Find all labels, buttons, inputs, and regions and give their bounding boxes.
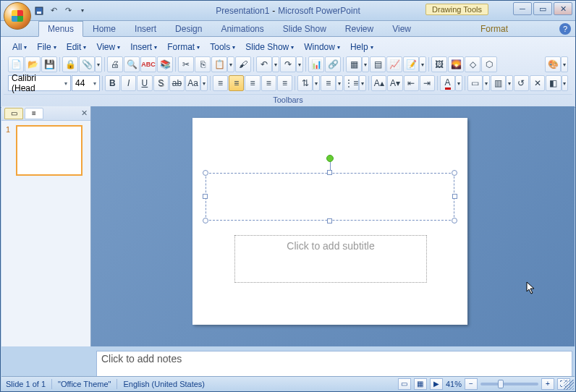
slide-editor[interactable]: Click to add subtitle [91,106,575,346]
text-box-dropdown[interactable]: ▾ [419,56,426,72]
strikethrough-icon[interactable]: ab [169,75,185,91]
color-scheme-icon[interactable]: 🎨 [545,56,561,72]
undo-icon[interactable]: ↶ [256,56,272,72]
qat-dropdown-icon[interactable]: ▾ [76,4,89,17]
reset-icon[interactable]: ↺ [514,75,529,91]
tab-design[interactable]: Design [166,21,211,36]
align-center-icon[interactable]: ≡ [229,75,244,91]
paste-icon[interactable]: 📋 [211,56,227,72]
menu-file[interactable]: File▾ [33,41,60,54]
attach-icon[interactable]: 📎 [79,56,95,72]
tab-format[interactable]: Format [471,21,517,36]
slide-canvas[interactable]: Click to add subtitle [192,118,467,325]
resize-handle-bm[interactable] [327,218,332,223]
tab-slideshow[interactable]: Slide Show [274,21,336,36]
table-icon[interactable]: ▦ [346,56,362,72]
outline-tab-icon[interactable]: ≡ [25,108,43,119]
permission-icon[interactable]: 🔒 [62,56,78,72]
shadow-icon[interactable]: S [153,75,169,91]
bold-icon[interactable]: B [105,75,120,91]
table-dropdown[interactable]: ▾ [362,56,369,72]
thumbnail-image[interactable] [16,125,82,176]
clipart-icon[interactable]: 🖼 [431,56,447,72]
attach-dropdown[interactable]: ▾ [95,56,102,72]
copy-icon[interactable]: ⎘ [195,56,211,72]
zoom-percent[interactable]: 41% [446,380,462,388]
undo-dropdown[interactable]: ▾ [272,56,279,72]
tab-view[interactable]: View [383,21,420,36]
panel-close-icon[interactable]: ✕ [81,108,88,118]
menu-slideshow[interactable]: Slide Show▾ [241,41,298,54]
bullets-icon[interactable]: ⋮≡ [344,75,359,91]
layout-dropdown[interactable]: ▾ [506,75,513,91]
tables-draw-icon[interactable]: ▤ [370,56,386,72]
resize-handle-bl[interactable] [203,218,208,223]
resize-handle-ml[interactable] [203,194,208,199]
sorter-view-icon[interactable]: ▦ [414,378,427,390]
notes-pane[interactable]: Click to add notes [96,351,572,377]
font-color-icon[interactable]: A [440,75,455,91]
change-case-icon[interactable]: Aa [185,75,200,91]
italic-icon[interactable]: I [121,75,136,91]
shapes-icon[interactable]: ◇ [465,56,480,72]
zoom-slider[interactable] [480,383,538,385]
design-icon[interactable]: ◧ [546,75,561,91]
align-left-icon[interactable]: ≡ [213,75,228,91]
chart-icon[interactable]: 📊 [308,56,324,72]
menu-format[interactable]: Format▾ [163,41,204,54]
line-spacing-dropdown[interactable]: ▾ [313,75,320,91]
slides-tab-icon[interactable]: ▭ [4,108,23,119]
underline-icon[interactable]: U [137,75,152,91]
open-icon[interactable]: 📂 [25,56,41,72]
tab-menus[interactable]: Menus [38,21,83,37]
menu-edit[interactable]: Edit▾ [62,41,91,54]
subtitle-textbox[interactable]: Click to add subtitle [234,235,427,283]
menu-tools[interactable]: Tools▾ [206,41,240,54]
save-icon[interactable]: 💾 [41,56,57,72]
normal-view-icon[interactable]: ▭ [398,378,411,390]
spelling-icon[interactable]: ABC [140,56,156,72]
menu-insert[interactable]: Insert▾ [126,41,161,54]
insert-chart-icon[interactable]: 📈 [386,56,402,72]
rotate-handle[interactable] [326,155,334,162]
tab-home[interactable]: Home [83,21,125,36]
redo-icon[interactable]: ↷ [62,4,75,17]
numbering-icon[interactable]: ≡ [321,75,336,91]
delete-slide-icon[interactable]: ✕ [530,75,545,91]
zoom-in-icon[interactable]: + [541,378,554,390]
smartart-icon[interactable]: ⬡ [481,56,497,72]
cut-icon[interactable]: ✂ [178,56,194,72]
maximize-button[interactable]: ▭ [533,2,552,15]
design-dropdown[interactable]: ▾ [562,75,569,91]
hyperlink-icon[interactable]: 🔗 [325,56,341,72]
bullets-dropdown[interactable]: ▾ [359,75,366,91]
redo-dropdown[interactable]: ▾ [296,56,303,72]
decrease-indent-icon[interactable]: ⇤ [404,75,419,91]
menu-help[interactable]: Help▾ [346,41,378,54]
resize-handle-tl[interactable] [203,170,208,176]
redo-icon[interactable]: ↷ [280,56,296,72]
tab-animations[interactable]: Animations [211,21,273,36]
title-textbox[interactable] [206,173,454,221]
resize-grip[interactable] [564,380,574,390]
distributed-icon[interactable]: ≡ [277,75,292,91]
new-slide-icon[interactable]: ▭ [467,75,483,91]
menu-view[interactable]: View▾ [92,41,124,54]
layout-icon[interactable]: ▥ [491,75,506,91]
menu-window[interactable]: Window▾ [300,41,344,54]
print-icon[interactable]: 🖨 [107,56,123,72]
text-box-icon[interactable]: 📝 [403,56,419,72]
decrease-font-icon[interactable]: A▾ [387,75,402,91]
save-icon[interactable] [33,4,46,17]
format-painter-icon[interactable]: 🖌 [235,56,251,72]
justify-icon[interactable]: ≡ [261,75,276,91]
align-right-icon[interactable]: ≡ [245,75,260,91]
increase-font-icon[interactable]: A▴ [371,75,386,91]
new-slide-dropdown[interactable]: ▾ [483,75,490,91]
new-icon[interactable]: 📄 [8,56,24,72]
paste-dropdown[interactable]: ▾ [227,56,234,72]
zoom-out-icon[interactable]: − [465,378,478,390]
tab-review[interactable]: Review [336,21,383,36]
change-case-dropdown[interactable]: ▾ [200,75,208,91]
numbering-dropdown[interactable]: ▾ [336,75,343,91]
